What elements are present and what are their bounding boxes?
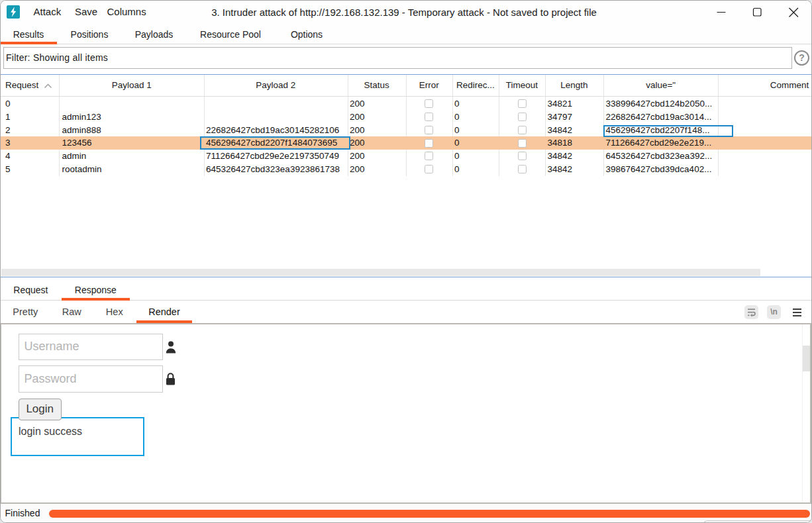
cell-length: 34842 [548,163,573,176]
results-table-panel: Request Payload 1 Payload 2 Status Error… [0,74,812,277]
tab-options[interactable]: Options [275,24,338,44]
error-checkbox[interactable] [425,126,433,134]
error-checkbox[interactable] [425,165,433,173]
intruder-lightning-icon [7,5,20,19]
error-checkbox[interactable] [425,139,433,148]
cell-payload2: 711266427cbd29e2e2197350749 [206,150,339,163]
window-title: 3. Intruder attack of http://192.168.132… [211,0,597,24]
selected-view-tab-underline [136,320,193,323]
cell-length: 34842 [548,124,573,137]
tab-pretty[interactable]: Pretty [0,301,51,323]
word-wrap-icon[interactable] [744,305,758,319]
column-header-error[interactable]: Error [419,74,439,96]
cell-value: 711266427cbd29e2e219... [606,136,712,150]
cell-redirect: 0 [454,111,460,124]
cell-payload1: 123456 [62,136,92,150]
column-header-comment[interactable]: Comment [770,74,809,96]
tab-response[interactable]: Response [62,279,130,300]
extract-highlight-box-payload2 [200,136,350,150]
minimize-button[interactable] [705,0,736,24]
cell-status: 200 [350,111,365,124]
table-row-selected[interactable]: 3 123456 456296427cbd2207f1484073695 200… [1,136,811,150]
extract-highlight-box-value [603,125,733,137]
user-icon [166,341,176,354]
cell-payload1: admin888 [62,124,101,137]
error-checkbox[interactable] [425,152,433,160]
cell-payload1: admin123 [62,111,101,124]
cell-status: 200 [350,136,365,150]
cell-payload2: 645326427cbd323ea3923861738 [206,163,340,176]
title-bar: Attack Save Columns 3. Intruder attack o… [0,0,812,24]
login-result-highlight-box [11,417,144,457]
column-header-status[interactable]: Status [364,74,389,96]
column-header-request[interactable]: Request [5,74,38,96]
error-checkbox[interactable] [425,99,433,108]
cell-status: 200 [350,150,365,163]
filter-bar[interactable] [3,47,792,69]
cell-value: 338996427cbd124b2050... [606,97,713,111]
tab-request[interactable]: Request [0,279,62,300]
selected-tab-underline [0,42,57,44]
cell-payload1: admin [62,150,87,163]
cell-value: 226826427cbd19ac3014... [606,111,712,124]
timeout-checkbox[interactable] [518,152,527,160]
vertical-scrollbar-thumb[interactable] [803,346,810,371]
horizontal-scrollbar-thumb[interactable] [1,269,760,276]
maximize-button[interactable] [742,0,772,24]
timeout-checkbox[interactable] [518,99,527,108]
column-header-payload2[interactable]: Payload 2 [256,74,295,96]
cell-redirect: 0 [454,124,460,137]
tab-render[interactable]: Render [136,301,193,323]
cell-request: 2 [5,124,11,137]
tab-bar-divider [0,44,812,44]
tab-resource-pool[interactable]: Resource Pool [186,24,275,44]
menu-attack[interactable]: Attack [34,0,62,24]
table-row[interactable]: 4 admin 711266427cbd29e2e2197350749 200 … [1,150,811,163]
menu-save[interactable]: Save [75,0,97,24]
table-row[interactable]: 1 admin123 200 0 34797 226826427cbd19ac3… [1,111,811,124]
menu-icon[interactable] [793,309,801,317]
column-header-value[interactable]: value=" [646,74,676,96]
column-header-length[interactable]: Length [560,74,587,96]
cell-redirect: 0 [454,136,460,150]
intruder-attack-window: Attack Save Columns 3. Intruder attack o… [0,0,812,523]
error-checkbox[interactable] [425,113,433,121]
table-row[interactable]: 0 200 0 34821 338996427cbd124b2050... [1,97,811,111]
timeout-checkbox[interactable] [518,139,527,148]
tab-positions[interactable]: Positions [57,24,122,44]
password-field[interactable] [19,365,164,393]
status-label: Finished [5,504,40,523]
tab-hex[interactable]: Hex [93,301,136,323]
menu-columns[interactable]: Columns [107,0,146,24]
close-button[interactable] [778,0,808,24]
column-header-timeout[interactable]: Timeout [506,74,538,96]
newline-icon[interactable]: \n [767,305,781,319]
selected-editor-tab-underline [62,298,130,301]
timeout-checkbox[interactable] [518,126,527,134]
cell-length: 34842 [548,150,573,163]
username-field[interactable] [19,334,164,361]
header-divider [1,96,811,97]
login-button[interactable]: Login [19,399,62,420]
cell-length: 34797 [548,111,573,124]
cell-value: 398676427cbd39dca402... [606,163,712,176]
cell-request: 0 [5,97,11,111]
cell-request: 4 [5,150,11,163]
tab-results[interactable]: Results [0,24,57,44]
tab-payloads[interactable]: Payloads [122,24,186,44]
cell-length: 34818 [548,136,573,150]
column-header-redirect[interactable]: Redirec... [456,74,495,96]
cell-redirect: 0 [454,163,460,176]
progress-bar [49,510,810,518]
tab-raw[interactable]: Raw [51,301,93,323]
timeout-checkbox[interactable] [518,165,527,173]
timeout-checkbox[interactable] [518,113,527,121]
column-header-payload1[interactable]: Payload 1 [112,74,152,96]
cell-status: 200 [350,124,365,137]
cell-value: 645326427cbd323ea392... [606,150,713,163]
table-row[interactable]: 5 rootadmin 645326427cbd323ea3923861738 … [1,163,811,176]
lock-icon [166,372,176,386]
question-mark-icon[interactable]: ? [794,50,809,66]
cell-status: 200 [350,97,365,111]
cell-request: 1 [5,111,11,124]
